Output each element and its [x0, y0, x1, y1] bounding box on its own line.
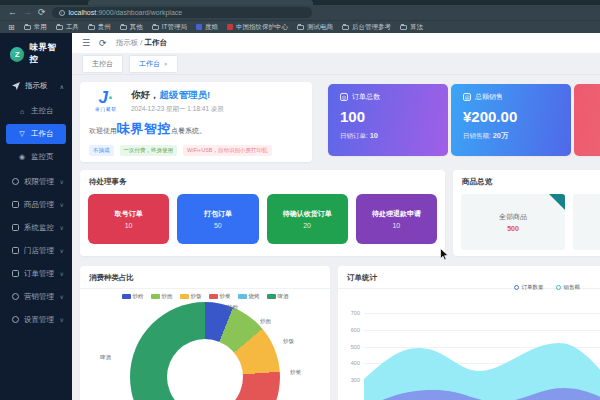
sidebar-item-workbench[interactable]: ▽ 工作台 [6, 124, 66, 144]
product-card-all[interactable]: → 全部商品 500 [461, 194, 565, 250]
tab-workbench[interactable]: 工作台× [129, 55, 178, 73]
legend-circle [514, 285, 519, 290]
folder-icon [297, 25, 304, 30]
marketing-icon [12, 293, 19, 300]
apps-grid-icon[interactable]: ⊞ [8, 23, 15, 32]
stat-footer: 日销订单: 10 [340, 131, 436, 141]
folder-icon [24, 25, 31, 30]
legend-item[interactable]: 炒面 [151, 293, 173, 300]
stat-card-order-total: ◎订单总数 100 日销订单: 10 [328, 84, 448, 156]
bookmark-item[interactable]: 后台管理参考 [342, 23, 391, 32]
chevron-down-icon: ∨ [60, 224, 64, 231]
browser-toolbar: ← → ⟳ i localhost:9000/dashboard/workpla… [0, 5, 600, 20]
funnel-icon: ▽ [18, 130, 26, 138]
chevron-up-icon: ∧ [60, 83, 64, 90]
legend-item[interactable]: 炒饭 [180, 293, 202, 300]
bookmark-item[interactable]: 算法 [400, 23, 423, 32]
bookmark-item[interactable]: 度娘 [196, 23, 218, 32]
sidebar-item-orders[interactable]: 订单管理 ∨ [0, 262, 72, 285]
welcome-line: 欢迎使用味界智控点餐系统。 [89, 120, 303, 138]
stat-value: 100 [340, 108, 436, 125]
close-icon[interactable]: × [164, 61, 168, 67]
product-card-offshelf[interactable]: 已下架商品 100 [573, 194, 600, 250]
sidebar-item-goods[interactable]: 商品管理 ∨ [0, 193, 72, 216]
bookmark-item[interactable]: IT管理局 [152, 23, 187, 32]
legend-item[interactable]: 订单数量 [514, 284, 544, 291]
greeting-card: J· 唐门聚研 你好，超级管理员! 2024-12-23 星期一 1:18:41… [80, 82, 312, 162]
order-legend: 订单数量 销售额 [514, 284, 581, 291]
company-logo: J· 唐门聚研 [89, 89, 123, 112]
legend-item[interactable]: 炒粉 [122, 293, 144, 300]
y-tick: 500 [346, 344, 360, 350]
pending-card-refund-requests[interactable]: 待处理退款申请 10 [356, 194, 437, 244]
brand-logo-icon: Z [10, 47, 24, 62]
pending-card-confirm-receipt[interactable]: 待确认收货订单 20 [267, 194, 348, 244]
legend-item[interactable]: 烧烤 [238, 293, 260, 300]
breadcrumb-current: 工作台 [144, 38, 167, 47]
refresh-icon[interactable]: ⟳ [99, 38, 107, 48]
legend-swatch [180, 294, 189, 299]
tag-pay-once: 一次付费，终身使用 [120, 145, 178, 156]
sidebar-item-system-monitor[interactable]: 系统监控 ∨ [0, 216, 72, 239]
stat-card-sales-total: ▤总额销售 ¥200.00 日销售额: 20万 [451, 84, 571, 156]
brand[interactable]: Z 味界智控 [0, 33, 72, 74]
chevron-down-icon: ∨ [60, 178, 64, 185]
bookmark-item[interactable]: 工具 [56, 23, 79, 32]
area-chart [364, 306, 600, 400]
bookmark-item[interactable]: 常用 [24, 23, 47, 32]
pie-legend: 炒粉 炒面 炒饭 炒菜 烧烤 啤酒 [80, 289, 330, 300]
greeting-title: 你好，超级管理员! [131, 89, 224, 102]
folder-icon [400, 25, 407, 30]
chevron-down-icon: ∨ [60, 201, 64, 208]
store-icon [12, 247, 19, 254]
sidebar-item-settings[interactable]: 设置管理 ∨ [0, 308, 72, 331]
forward-button[interactable]: → [23, 8, 32, 17]
permission-icon [12, 178, 19, 185]
bookmark-item[interactable]: 贵州 [88, 23, 111, 32]
sidebar-item-permissions[interactable]: 权限管理 ∨ [0, 170, 72, 193]
url-path: :9000/dashboard/workplace [96, 9, 182, 16]
slice-label: 炒面 [260, 318, 271, 325]
pending-card-queue-orders[interactable]: 取号订单 10 [88, 194, 169, 244]
company-logo-text: 唐门聚研 [89, 107, 123, 112]
favicon [227, 24, 233, 30]
slice-label: 炒饭 [283, 338, 294, 345]
bookmark-item[interactable]: 其他 [120, 23, 143, 32]
url-text: localhost:9000/dashboard/workplace [69, 9, 183, 16]
bookmark-item[interactable]: 测试电商 [297, 23, 333, 32]
chevron-down-icon: ∨ [60, 316, 64, 323]
tag-printer: WiFi+USB，自动识别小票打印机 [183, 145, 272, 156]
sidebar-item-stores[interactable]: 门店管理 ∨ [0, 239, 72, 262]
bookmark-item[interactable]: 中国指纹保护中心 [227, 23, 288, 32]
collapse-menu-icon[interactable]: ☰ [82, 38, 90, 48]
monitor-icon [12, 224, 19, 231]
category-pie-card: 消费种类占比 炒粉 炒面 炒饭 炒菜 烧烤 啤酒 炒粉 炒面 炒饭 炒菜 啤酒 [80, 266, 330, 400]
back-button[interactable]: ← [8, 8, 17, 17]
reload-button[interactable]: ⟳ [38, 8, 46, 17]
donut-chart [130, 302, 280, 400]
paper-plane-icon [12, 82, 20, 90]
pending-title: 待处理事务 [80, 170, 445, 192]
folder-icon [56, 25, 63, 30]
legend-item[interactable]: 炒菜 [209, 293, 231, 300]
tab-console[interactable]: 主控台 [82, 55, 123, 73]
stat-value: ¥200.00 [463, 108, 559, 125]
y-tick: 600 [346, 327, 360, 333]
address-bar[interactable]: i localhost:9000/dashboard/workplace [52, 7, 312, 18]
favicon [196, 24, 202, 30]
sidebar: Z 味界智控 指示板 ∧ ⌂ 主控台 ▽ 工作台 ◉ 监控页 权限管理 ∨ 商品… [0, 33, 72, 400]
slice-label: 炒菜 [290, 369, 301, 376]
home-icon: ⌂ [18, 107, 26, 115]
feature-tags: 不抽成 一次付费，终身使用 WiFi+USB，自动识别小票打印机 [89, 145, 303, 156]
sidebar-item-monitor-page[interactable]: ◉ 监控页 [6, 147, 66, 167]
sidebar-item-marketing[interactable]: 营销管理 ∨ [0, 285, 72, 308]
folder-icon [342, 25, 349, 30]
legend-item[interactable]: 销售额 [556, 284, 581, 291]
sidebar-item-console[interactable]: ⌂ 主控台 [6, 101, 66, 121]
pending-card-packing-orders[interactable]: 打包订单 50 [177, 194, 258, 244]
breadcrumb-root[interactable]: 指示板 [116, 38, 139, 47]
legend-item[interactable]: 啤酒 [267, 293, 289, 300]
legend-circle [556, 285, 561, 290]
site-info-icon[interactable]: i [59, 10, 65, 16]
sidebar-group-dashboard[interactable]: 指示板 ∧ [0, 74, 72, 98]
